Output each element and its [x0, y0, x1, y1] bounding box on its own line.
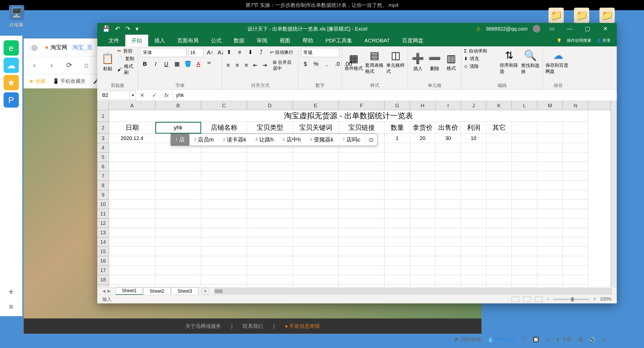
- cell-A3[interactable]: 2020.12.4: [109, 134, 155, 143]
- sheet-nav-next[interactable]: ▶: [107, 289, 111, 293]
- cell-G19[interactable]: [385, 285, 410, 287]
- cell-H18[interactable]: [410, 275, 435, 285]
- cell-N16[interactable]: [563, 256, 588, 266]
- cell-J16[interactable]: [461, 256, 486, 266]
- redo-icon[interactable]: ↷: [125, 25, 130, 32]
- cell-N12[interactable]: [563, 218, 588, 228]
- align-bot-icon[interactable]: ⬇: [246, 48, 255, 57]
- header-cell-K[interactable]: 其它: [486, 122, 512, 134]
- cell-D18[interactable]: [247, 275, 293, 285]
- font-size-input[interactable]: [188, 48, 204, 57]
- row-header-17[interactable]: 17: [97, 266, 109, 275]
- cell-K3[interactable]: [486, 134, 512, 143]
- cell-M10[interactable]: [537, 200, 563, 209]
- cell-D5[interactable]: [247, 152, 293, 162]
- cell-D16[interactable]: [247, 256, 293, 266]
- tab-acrobat[interactable]: ACROBAT: [358, 35, 396, 46]
- cell-B16[interactable]: [155, 256, 201, 266]
- format-cell-button[interactable]: ▥格式: [444, 48, 459, 76]
- cell-F8[interactable]: [339, 181, 385, 190]
- sheet-nav-prev[interactable]: ◀: [102, 289, 105, 293]
- cell-G8[interactable]: [385, 181, 410, 190]
- row-header-5[interactable]: 5: [97, 152, 109, 162]
- header-cell-A[interactable]: 日期: [109, 122, 155, 134]
- cell-D11[interactable]: [247, 209, 293, 218]
- cell-E5[interactable]: [293, 152, 339, 162]
- cell-N15[interactable]: [563, 247, 588, 256]
- cell-N2[interactable]: [563, 122, 588, 134]
- align-right-icon[interactable]: ≡: [243, 61, 250, 70]
- cell-K5[interactable]: [486, 152, 512, 162]
- cell-E11[interactable]: [293, 209, 339, 218]
- row-header-8[interactable]: 8: [97, 181, 109, 190]
- cell-F9[interactable]: [339, 190, 385, 200]
- align-left-icon[interactable]: ≡: [225, 61, 232, 70]
- cell-I4[interactable]: [435, 143, 461, 152]
- view-normal-icon[interactable]: [512, 297, 519, 302]
- cell-L7[interactable]: [512, 171, 537, 181]
- cell-K15[interactable]: [486, 247, 512, 256]
- cell-H13[interactable]: [410, 228, 435, 237]
- cell-B7[interactable]: [155, 171, 201, 181]
- row-header-9[interactable]: 9: [97, 190, 109, 200]
- cell-D13[interactable]: [247, 228, 293, 237]
- row-header-7[interactable]: 7: [97, 171, 109, 181]
- bottom-sound-icon[interactable]: 🔊: [589, 337, 595, 343]
- cell-C5[interactable]: [201, 152, 247, 162]
- cell-I16[interactable]: [435, 256, 461, 266]
- cell-M7[interactable]: [537, 171, 563, 181]
- col-header-F[interactable]: F: [339, 101, 385, 110]
- view-break-icon[interactable]: [535, 297, 543, 302]
- cell-J14[interactable]: [461, 237, 486, 247]
- cell-G9[interactable]: [385, 190, 410, 200]
- cell-F13[interactable]: [339, 228, 385, 237]
- cell-L19[interactable]: [512, 285, 537, 287]
- cell-F16[interactable]: [339, 256, 385, 266]
- cell-K13[interactable]: [486, 228, 512, 237]
- col-header-I[interactable]: I: [435, 101, 461, 110]
- cell-I12[interactable]: [435, 218, 461, 228]
- cell-C6[interactable]: [201, 162, 247, 171]
- cell-H9[interactable]: [410, 190, 435, 200]
- ime-candidate-5[interactable]: 5店中h: [278, 134, 305, 146]
- bottom-shield-icon[interactable]: 🛡: [522, 337, 527, 342]
- cell-H7[interactable]: [410, 171, 435, 181]
- cell-H3[interactable]: 20: [410, 134, 435, 143]
- cell-I3[interactable]: 30: [435, 134, 461, 143]
- cell-I8[interactable]: [435, 181, 461, 190]
- cell-I15[interactable]: [435, 247, 461, 256]
- cell-J7[interactable]: [461, 171, 486, 181]
- cell-J19[interactable]: [461, 285, 486, 287]
- col-header-E[interactable]: E: [293, 101, 339, 110]
- col-header-N[interactable]: N: [563, 101, 588, 110]
- cell-N6[interactable]: [563, 162, 588, 171]
- cell-G6[interactable]: [385, 162, 410, 171]
- cell-J9[interactable]: [461, 190, 486, 200]
- header-cell-H[interactable]: 拿货价: [410, 122, 435, 134]
- tab-file[interactable]: 文件: [102, 35, 125, 46]
- cell-A7[interactable]: [109, 171, 155, 181]
- cell-H19[interactable]: [410, 285, 435, 287]
- cell-L12[interactable]: [512, 218, 537, 228]
- confirm-edit-icon[interactable]: ✓: [149, 91, 159, 100]
- ribbon-opts-icon[interactable]: ▭: [545, 23, 558, 35]
- cell-L16[interactable]: [512, 256, 537, 266]
- cell-N3[interactable]: [563, 134, 588, 143]
- clear-button[interactable]: ◇ 清除: [464, 63, 498, 69]
- cell-F15[interactable]: [339, 247, 385, 256]
- italic-button[interactable]: I: [151, 60, 160, 68]
- cells-container[interactable]: 淘宝虚拟无货源 - 出单数据统计一览表日期yhk店铺名称宝贝类型宝贝关键词宝贝链…: [109, 110, 617, 287]
- cell-G3[interactable]: 1: [385, 134, 410, 143]
- cell-H11[interactable]: [410, 209, 435, 218]
- indent-dec-icon[interactable]: ⇤: [252, 61, 259, 70]
- footer-link-2[interactable]: 联系我们: [243, 323, 263, 330]
- cell-C16[interactable]: [201, 256, 247, 266]
- footer-link-3[interactable]: ● 不良信息举报: [285, 323, 320, 330]
- row-header-18[interactable]: 18: [97, 275, 109, 285]
- name-box[interactable]: B2: [99, 91, 130, 100]
- number-format-input[interactable]: [301, 48, 339, 57]
- cell-E15[interactable]: [293, 247, 339, 256]
- cell-E17[interactable]: [293, 266, 339, 275]
- cell-E9[interactable]: [293, 190, 339, 200]
- cell-J6[interactable]: [461, 162, 486, 171]
